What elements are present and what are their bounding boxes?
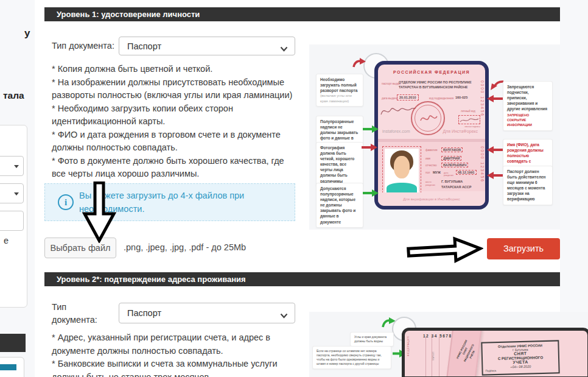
hand-drawn-down-arrow-icon — [82, 181, 116, 243]
passport-sample-image: РОССИЙСКАЯ ФЕДЕРАЦИЯ паспорт выдан ОТДЕЛ… — [309, 44, 560, 230]
issue-date-value: 20.01.2010 — [397, 94, 419, 100]
arrow-left-red-icon — [487, 146, 503, 153]
name-label: имя — [425, 157, 441, 160]
verification-page: у тала е Уровень 1: удостоверение личнос… — [0, 0, 588, 377]
level1-requirements: * Копия должна быть цветной и четкой. * … — [52, 63, 298, 181]
birth-place-value: Г. БУГУЛЬМА ТАТАРСКАЯ АССР — [441, 179, 471, 189]
level2-section-header: Уровень 2*: подтверждение адреса прожива… — [44, 272, 560, 286]
personal-code-label: личный код — [461, 110, 475, 113]
doc-type-selected-value: Паспорт — [127, 308, 161, 318]
sidebar-text-fragment: тала — [3, 90, 24, 101]
registration-stamp: Отделение УФМС РОССИИ г. Бугульма СНЯТ С… — [481, 340, 559, 375]
callout-text: Углы и края документа должны быть видны — [354, 335, 387, 343]
arrow-right-green-icon — [363, 125, 379, 133]
left-sidebar-fragment: у тала е — [0, 0, 35, 377]
page-side-number: 123-456 — [432, 351, 435, 361]
teal-bar-fragment — [0, 364, 16, 370]
doc-type-selected-value: Паспорт — [127, 41, 161, 51]
info-icon: i — [58, 194, 74, 210]
level2-requirements: * Адрес, указанный при регистрации счета… — [52, 331, 298, 377]
doc-type-select-level1[interactable]: Паспорт — [119, 37, 295, 55]
file-formats-hint: .png, .jpeg, .jpg, .pdf - до 25Mb — [124, 242, 246, 252]
verification-content: Уровень 1: удостоверение личности Тип до… — [35, 0, 560, 377]
callout-warning: ЗАПРЕЩЕНО СОКРЫТИЕ ИНФОРМАЦИИ — [507, 113, 548, 127]
issued-by-value: ОТДЕЛОМ УФМС РОССИИ ПО РЕСПУБЛИКЕ ТАТАРС… — [399, 80, 479, 90]
callout-text: Паспорт должен быть действителен еще мин… — [507, 169, 545, 201]
surname-value: БУЛГАКОВ — [441, 147, 463, 152]
chevron-down-icon — [280, 44, 288, 54]
callout-note: (включая углы или края ламинации) — [320, 93, 359, 104]
personal-signature-box — [458, 115, 480, 124]
callout-text: Необходимо загружать полный разворот пас… — [320, 77, 357, 93]
sidebar-input-fragment[interactable] — [0, 211, 24, 231]
birth-place-label: место рождения — [425, 181, 441, 186]
doc-type-select-level2[interactable]: Паспорт — [119, 303, 295, 323]
callout-corners-visible: Углы и края документа должны быть видны — [350, 332, 394, 347]
name-value: ДМИТРИЙ — [441, 156, 461, 161]
caret-down-icon — [14, 165, 19, 168]
issued-label: паспорт выдан — [382, 82, 401, 85]
requirement-item: * На изображении должны присутствовать н… — [52, 76, 298, 102]
watermark-site: instaforex.com — [382, 129, 410, 133]
personal-signature-label: личная подпись — [464, 125, 480, 128]
passport-fields: фамилияБУЛГАКОВ имяДМИТРИЙ отчествоВАЛЕР… — [425, 147, 483, 191]
callout-text: Имя (ФИО), дата рождения должны полность… — [507, 143, 544, 169]
page-side-text: ФЕДЕРАЦИЯ — [407, 336, 410, 356]
sidebar-text-fragment: у — [24, 27, 30, 40]
callout-overlay-allowed: Допускаются полупрозрачные надписи, кото… — [316, 183, 363, 228]
requirement-item: * Банковские выписки и счета за коммунал… — [52, 358, 298, 377]
requirement-item: * Копия должна быть цветной и четкой. — [52, 63, 298, 76]
passport-serial-number: 0000 123456 — [480, 80, 485, 117]
patronymic-value: ВАЛЕРЬЕВИЧ — [441, 163, 468, 167]
passport-footer-note: Для верификации в ИнстаФорекс — [378, 192, 485, 206]
surname-label: фамилия — [425, 149, 441, 152]
passport-country-title: РОССИЙСКАЯ ФЕДЕРАЦИЯ — [378, 70, 485, 74]
division-code-value: 160-025 — [455, 96, 467, 99]
watermark-brand: Для ИнстаФорекс — [443, 129, 478, 133]
birth-date-label: дата рождения — [444, 172, 456, 177]
requirement-item: * Необходимо загрузить копии обеих сторо… — [52, 102, 298, 129]
upload-button[interactable]: Загрузить — [487, 238, 560, 259]
callout-text: Запрещаются подчистки, приписки, зачерки… — [507, 85, 547, 111]
level1-section-header: Уровень 1: удостоверение личности — [44, 7, 560, 21]
sex-label: пол — [425, 171, 433, 174]
callout-full-spread: Необходимо загружать полный разворот пас… — [316, 74, 363, 107]
division-code-label: код подразделения — [429, 97, 453, 100]
round-stamp-icon — [411, 101, 445, 135]
address-sample-image: Углы и края документа должны быть видны … — [309, 312, 588, 377]
passport-card: РОССИЙСКАЯ ФЕДЕРАЦИЯ паспорт выдан ОТДЕЛ… — [374, 61, 489, 210]
issue-date-label: дата выдачи — [382, 97, 397, 100]
hand-drawn-right-arrow-icon — [406, 234, 484, 267]
sidebar-select-fragment[interactable] — [0, 183, 24, 203]
callout-text: Фотография должна быть четкой, хорошего … — [320, 146, 354, 183]
sidebar-select-fragment[interactable] — [0, 156, 24, 176]
callout-text: Допускаются полупрозрачные надписи, кото… — [320, 186, 355, 224]
callout-validity: Паспорт должен быть действителен еще мин… — [503, 166, 553, 205]
page-line — [425, 337, 426, 377]
footer-bar-fragment — [0, 334, 26, 352]
sex-value: МУЖ — [433, 171, 441, 174]
arrow-left-red-icon — [487, 95, 503, 102]
passport-spread: ФЕДЕРАЦИЯ 123-456 12 34 567890 УФМС РОСС… — [402, 328, 588, 377]
fold-stamp-text: УФМС РОССИИ СНЯТ РАЦИОННОГО УЧЕТА — [451, 329, 484, 375]
avatar-face — [394, 156, 410, 178]
doc-type-label: Тип документа: — [52, 301, 99, 326]
passport-page-divider — [378, 139, 485, 142]
sidebar-text-fragment: е — [4, 236, 9, 245]
requirement-item: * Адрес, указанный при регистрации счета… — [52, 331, 298, 358]
arrow-right-green-icon — [363, 189, 379, 197]
callout-text: Если на странице со штампом нет номера п… — [317, 349, 382, 365]
page-line — [439, 337, 439, 377]
sidebar-card-fragment — [0, 125, 27, 308]
passport-photo-frame — [382, 146, 421, 196]
callout-no-edits: Запрещаются подчистки, приписки, зачерки… — [503, 81, 553, 131]
requirement-item: * ФИО и дата рождения в торговом счете и… — [52, 129, 298, 155]
callout-fold-page: Если на странице со штампом нет номера п… — [312, 346, 391, 369]
callout-photo-quality: Фотография должна быть четкой, хорошего … — [316, 142, 363, 187]
doc-type-label: Тип документа: — [52, 41, 114, 51]
birth-date-value: 08.12.1991 — [456, 170, 477, 175]
chevron-down-icon — [280, 311, 288, 320]
footer-card-fragment — [0, 357, 24, 377]
caret-down-icon — [14, 192, 19, 196]
arrow-right-red-icon — [362, 144, 377, 151]
